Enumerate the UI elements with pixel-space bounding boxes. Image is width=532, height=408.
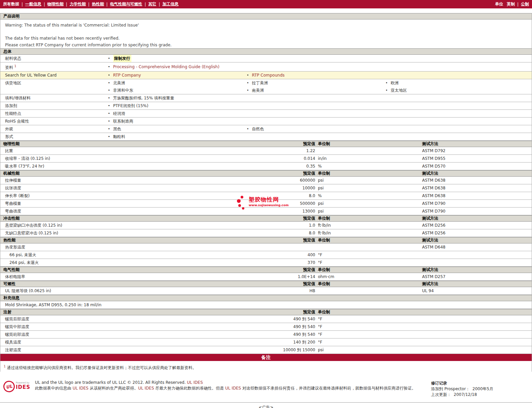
section-thermal: 热性能 预定值 单位制 测试方法 bbox=[0, 237, 532, 243]
property-unit bbox=[315, 243, 422, 251]
section-flammability: 可燃性 预定值 单位制 测试方法 bbox=[0, 281, 532, 287]
property-unit: ohm·cm bbox=[315, 273, 422, 280]
units-english[interactable]: 英制 bbox=[507, 1, 515, 7]
footnote-number: 1 bbox=[4, 365, 6, 368]
table-row: 无缺口悬臂梁冲击 (0.125 in) 8.0 ft·lb/in ASTM D2… bbox=[0, 229, 532, 237]
yellow-card-search-label[interactable]: Search for UL Yellow Card bbox=[0, 72, 108, 79]
property-label: 外观 bbox=[0, 125, 108, 133]
nav-general-info[interactable]: 一般信息 bbox=[25, 1, 41, 7]
test-method: ASTM D570 bbox=[422, 163, 532, 170]
property-label: 资料 1 bbox=[0, 62, 108, 71]
nav-separator: | bbox=[159, 2, 160, 7]
property-unit: psi bbox=[315, 177, 422, 184]
bullet-icon: • bbox=[247, 79, 249, 87]
test-method: ASTM D790 bbox=[422, 200, 532, 207]
test-method: ASTM D256 bbox=[422, 229, 532, 237]
property-label: 注塑温度 bbox=[0, 346, 233, 354]
nav-processing-info[interactable]: 加工信息 bbox=[162, 1, 178, 7]
nav-all-data[interactable]: 所有数据 bbox=[3, 1, 19, 7]
molding-guide-link[interactable]: Processing - Comprehensive Molding Guide… bbox=[113, 63, 219, 71]
nav-other[interactable]: 其它 bbox=[148, 1, 156, 7]
property-value: 0.35 bbox=[233, 163, 315, 170]
nav-physical-properties[interactable]: 物理性能 bbox=[47, 1, 64, 7]
section-title: 可燃性 bbox=[0, 281, 233, 287]
property-label: 材料状态 bbox=[0, 55, 108, 62]
nav-electrical-flammability[interactable]: 电气性能与可燃性 bbox=[110, 1, 142, 7]
ul-ides-link[interactable]: UL IDES bbox=[73, 386, 88, 391]
property-value: 10000 到 15000 bbox=[233, 346, 315, 354]
col-nominal-value: 预定值 bbox=[233, 141, 315, 147]
property-label: 形式 bbox=[0, 133, 108, 140]
table-row: 收缩率 - 流动 (0.125 in) 0.014 in/in ASTM D95… bbox=[0, 155, 532, 163]
material-datasheet-page: 所有数据| 一般信息| 物理性能| 力学性能| 热性能| 电气性能与可燃性| 其… bbox=[0, 0, 532, 408]
test-method bbox=[422, 251, 532, 259]
property-value: 0.014 bbox=[233, 155, 315, 162]
nav-separator: | bbox=[66, 2, 67, 7]
property-value: 1.0E+14 bbox=[233, 273, 315, 280]
region: 北美洲 bbox=[113, 79, 125, 87]
property-value: 500000 bbox=[233, 200, 315, 207]
nav-mechanical-properties[interactable]: 力学性能 bbox=[70, 1, 86, 7]
table-row: 螺筒中部温度 490 到 540 °F bbox=[0, 323, 532, 331]
table-row: 螺筒前部温度 490 到 540 °F bbox=[0, 331, 532, 338]
section-supplemental: 补充信息 bbox=[0, 295, 532, 301]
property-label: 伸长率 (断裂) bbox=[0, 192, 233, 199]
property-label: 拉伸模量 bbox=[0, 177, 233, 184]
bullet-icon: • bbox=[108, 87, 110, 94]
product-description-block: Warning: The status of this material is … bbox=[0, 19, 532, 48]
nav-section-links: 所有数据| 一般信息| 物理性能| 力学性能| 热性能| 电气性能与可燃性| 其… bbox=[3, 1, 178, 7]
section-general: 总体 bbox=[0, 48, 532, 55]
form-value: 颗粒料 bbox=[113, 133, 125, 140]
section-physical: 物理性能 预定值 单位制 测试方法 bbox=[0, 141, 532, 147]
property-label: 比重 bbox=[0, 147, 233, 154]
property-label: 体积电阻率 bbox=[0, 273, 233, 280]
col-test-method: 测试方法 bbox=[422, 141, 532, 147]
property-value: 8.0 bbox=[233, 192, 315, 199]
bullet-icon: • bbox=[108, 133, 110, 140]
nav-separator: | bbox=[517, 2, 519, 7]
property-label: RoHS 合规性 bbox=[0, 118, 108, 125]
nav-units-switch: 单位 英制 | 公制 bbox=[495, 1, 529, 7]
rtp-compounds-link[interactable]: RTP Compounds bbox=[252, 72, 285, 79]
section-mechanical: 机械性能 预定值 单位制 测试方法 bbox=[0, 170, 532, 177]
notes-bar: 备注 bbox=[0, 354, 532, 361]
nav-thermal-properties[interactable]: 热性能 bbox=[92, 1, 104, 7]
property-label: 螺筒中部温度 bbox=[0, 323, 233, 330]
region: 南美洲 bbox=[252, 87, 264, 94]
property-unit: % bbox=[315, 163, 422, 170]
property-unit: psi bbox=[315, 346, 422, 354]
ul-ides-link[interactable]: UL IDES bbox=[187, 380, 203, 385]
ul-ides-link[interactable]: UL IDES bbox=[225, 386, 241, 391]
spacer bbox=[5, 29, 532, 35]
property-value: 490 到 540 bbox=[233, 331, 315, 338]
table-row: 拉伸模量 600000 psi ASTM D638 bbox=[0, 177, 532, 184]
footnote: 1 通过这些链接您能够访问供应商资料。我们尽量保证及时更新资料；不过您可以从供应… bbox=[0, 361, 532, 372]
nav-separator: | bbox=[44, 2, 45, 7]
top-navigation: 所有数据| 一般信息| 物理性能| 力学性能| 热性能| 电气性能与可燃性| 其… bbox=[0, 0, 532, 8]
ul-ides-link[interactable]: UL IDES bbox=[138, 386, 154, 391]
rtp-company-link[interactable]: RTP Company bbox=[113, 72, 141, 79]
test-method: ASTM D790 bbox=[422, 208, 532, 215]
footnote-link[interactable]: 1 bbox=[14, 64, 16, 68]
property-value: 1.0 bbox=[233, 222, 315, 229]
col-test-method: 测试方法 bbox=[422, 281, 532, 287]
property-unit: ft·lb/in bbox=[315, 222, 422, 229]
ad-link[interactable]: <广告> bbox=[258, 405, 273, 408]
section-title: 冲击性能 bbox=[0, 216, 233, 221]
property-unit: psi bbox=[315, 184, 422, 192]
disclaimer-text: 此数据表中的信息由 UL IDES 从该材料的生产商处获得。UL IDES 尽最… bbox=[35, 386, 426, 391]
section-title: 电气性能 bbox=[0, 267, 233, 273]
units-metric[interactable]: 公制 bbox=[521, 1, 529, 7]
bullet-icon: • bbox=[108, 110, 110, 117]
ul-ides-logo: UL Powered by IDES bbox=[3, 380, 30, 398]
table-row: 模具温度 140 到 200 °F bbox=[0, 338, 532, 346]
property-value: 8.0 bbox=[233, 229, 315, 237]
col-units: 单位制 bbox=[315, 171, 422, 176]
property-value: 490 到 540 bbox=[233, 323, 315, 330]
col-test-method: 测试方法 bbox=[422, 216, 532, 221]
rohs-value: 联系制造商 bbox=[113, 118, 133, 125]
col-units: 单位制 bbox=[315, 281, 422, 287]
property-label: 弯曲强度 bbox=[0, 208, 233, 215]
contact-line: Please contact RTP Company for current i… bbox=[5, 42, 532, 48]
table-row: UL 阻燃等级 (0.0625 in) HB UL 94 bbox=[0, 287, 532, 295]
